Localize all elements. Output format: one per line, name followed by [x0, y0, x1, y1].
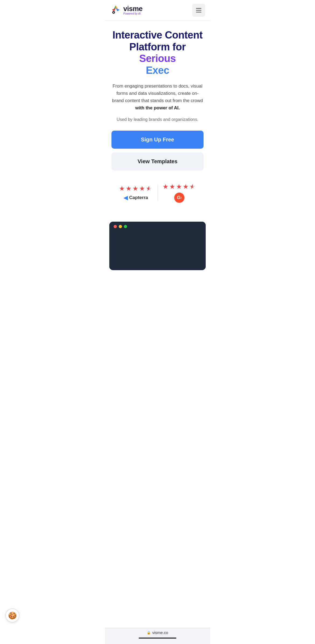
- logo-wordmark: visme: [123, 5, 142, 12]
- svg-point-5: [113, 12, 114, 13]
- hamburger-line-3: [196, 12, 201, 12]
- window-maximize-dot: [124, 225, 127, 228]
- view-templates-button[interactable]: View Templates: [111, 152, 204, 170]
- demo-window: [109, 222, 206, 270]
- title-word-interactive: Interactive: [113, 29, 162, 41]
- capterra-star-4: ★: [139, 185, 145, 192]
- g2-star-half: ★ ★: [190, 183, 196, 190]
- capterra-star-3: ★: [132, 185, 138, 192]
- demo-section: [105, 222, 210, 276]
- logo[interactable]: visme Powered by AI: [110, 4, 142, 16]
- signup-button[interactable]: Sign Up Free: [111, 131, 204, 149]
- window-close-dot: [114, 225, 117, 228]
- hero-desc-bold: with the power of AI.: [135, 105, 180, 110]
- g2-icon: G 2: [174, 193, 184, 203]
- capterra-star-half: ★ ★: [146, 185, 152, 192]
- hero-desc-main: From engaging presentations to docs, vis…: [112, 83, 203, 103]
- g2-star-4: ★: [183, 183, 189, 190]
- capterra-rating: ★ ★ ★ ★ ★ ★ ◀ Capterra: [114, 182, 158, 204]
- title-word-exec: Exec: [146, 65, 169, 76]
- ratings-section: ★ ★ ★ ★ ★ ★ ◀ Capterra ★ ★ ★: [111, 180, 204, 206]
- capterra-star-1: ★: [119, 185, 125, 192]
- capterra-nav-icon: ◀: [124, 194, 128, 201]
- demo-content-area: [109, 231, 206, 269]
- logo-powered-text: Powered by AI: [123, 12, 142, 15]
- main-content: Interactive Content Platform for Serious…: [105, 21, 210, 222]
- visme-logo-icon: [110, 4, 122, 16]
- logo-text: visme Powered by AI: [123, 5, 142, 15]
- svg-marker-3: [116, 8, 120, 11]
- hamburger-line-2: [196, 10, 201, 11]
- capterra-stars: ★ ★ ★ ★ ★ ★: [119, 185, 152, 192]
- hero-title: Interactive Content Platform for Serious…: [111, 29, 204, 76]
- g2-icon-superscript: 2: [180, 196, 181, 199]
- capterra-star-2: ★: [126, 185, 132, 192]
- g2-star-3: ★: [176, 183, 182, 190]
- g2-brand: G 2: [174, 193, 184, 203]
- site-header: visme Powered by AI: [105, 0, 210, 21]
- title-word-content: Content: [165, 29, 202, 41]
- window-minimize-dot: [119, 225, 122, 228]
- hero-sub-text: Used by leading brands and organizations…: [111, 117, 204, 122]
- g2-rating: ★ ★ ★ ★ ★ ★ G 2: [158, 180, 201, 206]
- title-word-platform: Platform: [129, 41, 170, 53]
- g2-icon-text: G: [177, 195, 180, 200]
- title-word-serious: Serious: [139, 53, 176, 64]
- capterra-label: Capterra: [129, 195, 148, 200]
- title-word-for: for: [173, 41, 186, 53]
- hamburger-line-1: [196, 8, 201, 9]
- g2-star-2: ★: [169, 183, 175, 190]
- hamburger-menu-button[interactable]: [192, 4, 205, 17]
- g2-star-1: ★: [163, 183, 169, 190]
- hero-description: From engaging presentations to docs, vis…: [112, 82, 203, 112]
- g2-stars: ★ ★ ★ ★ ★ ★: [163, 183, 196, 190]
- demo-window-header: [109, 222, 206, 231]
- svg-marker-2: [112, 8, 116, 11]
- capterra-brand: ◀ Capterra: [124, 194, 148, 201]
